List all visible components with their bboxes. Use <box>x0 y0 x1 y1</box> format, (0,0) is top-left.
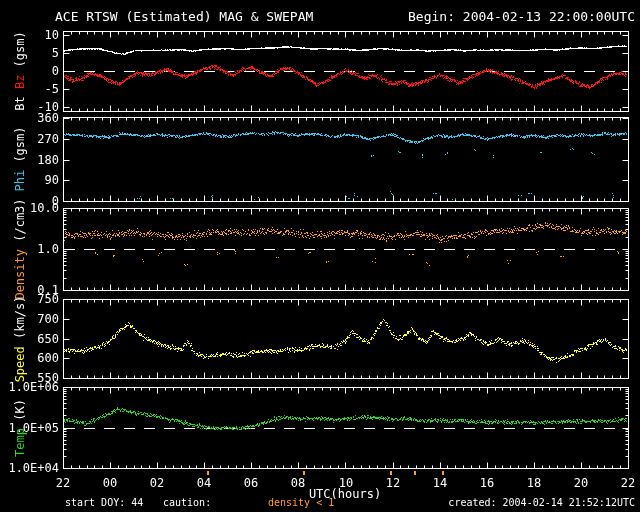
caution-label: caution: <box>163 497 211 508</box>
x-tick-label: 02 <box>150 477 164 489</box>
y-tick-label: 600 <box>37 352 59 364</box>
panel-ylabel-temp: Temp (K) <box>14 399 27 457</box>
y-tick-label: -5 <box>45 83 59 95</box>
y-tick-label: 650 <box>37 333 59 345</box>
ylabel-part: Speed <box>13 339 27 382</box>
x-tick-label: 20 <box>574 477 588 489</box>
x-tick-label: 00 <box>103 477 117 489</box>
y-tick-label: 180 <box>37 154 59 166</box>
page-title: ACE RTSW (Estimated) MAG & SWEPAM <box>55 9 313 24</box>
ace-rtsw-plot: ACE RTSW (Estimated) MAG & SWEPAM Begin:… <box>0 0 640 512</box>
y-tick-label: 10 <box>45 29 59 41</box>
ylabel-part: (km/s) <box>13 295 27 338</box>
ylabel-part: Density <box>13 242 27 300</box>
y-tick-label: 10.0 <box>30 202 59 214</box>
x-tick-label: 22 <box>56 477 70 489</box>
panel-ylabel-density: Density (/cm3) <box>14 198 27 299</box>
ylabel-part: Bz <box>13 67 27 89</box>
x-tick-label: 22 <box>621 477 635 489</box>
ylabel-part: Phi <box>13 163 27 192</box>
y-tick-label: 1.0E+04 <box>8 462 59 474</box>
ylabel-part: Bt <box>13 89 27 111</box>
caution-value: density < 1 <box>268 497 334 508</box>
x-tick-label: 14 <box>433 477 447 489</box>
x-tick-label: 08 <box>291 477 305 489</box>
begin-timestamp: Begin: 2004-02-13 22:00:00UTC <box>408 9 635 24</box>
y-tick-label: 1.0 <box>37 243 59 255</box>
x-tick-label: 18 <box>527 477 541 489</box>
created-timestamp: created: 2004-02-14 21:52:12UTC <box>448 497 635 508</box>
ylabel-part: Temp <box>13 420 27 456</box>
plot-canvas <box>0 0 640 512</box>
y-tick-label: 360 <box>37 112 59 124</box>
ylabel-part: (K) <box>13 399 27 421</box>
y-tick-label: 750 <box>37 293 59 305</box>
panel-ylabel-bt-bz: Bt Bz (gsm) <box>14 31 27 111</box>
y-tick-label: 700 <box>37 313 59 325</box>
panel-ylabel-speed: Speed (km/s) <box>14 295 27 382</box>
x-tick-label: 16 <box>480 477 494 489</box>
y-tick-label: 90 <box>45 174 59 186</box>
y-tick-label: 0 <box>52 65 59 77</box>
ylabel-part: (gsm) <box>13 31 27 67</box>
ylabel-part: (gsm) <box>13 126 27 162</box>
ylabel-part: (/cm3) <box>13 198 27 241</box>
x-tick-label: 06 <box>244 477 258 489</box>
y-tick-label: 270 <box>37 133 59 145</box>
x-tick-label: 04 <box>197 477 211 489</box>
start-doy-label: start DOY: 44 <box>65 497 143 508</box>
y-tick-label: 5 <box>52 47 59 59</box>
y-tick-label: 1.0E+06 <box>8 381 59 393</box>
x-tick-label: 12 <box>386 477 400 489</box>
x-tick-label: 10 <box>339 477 353 489</box>
panel-ylabel-phi: Phi (gsm) <box>14 126 27 191</box>
